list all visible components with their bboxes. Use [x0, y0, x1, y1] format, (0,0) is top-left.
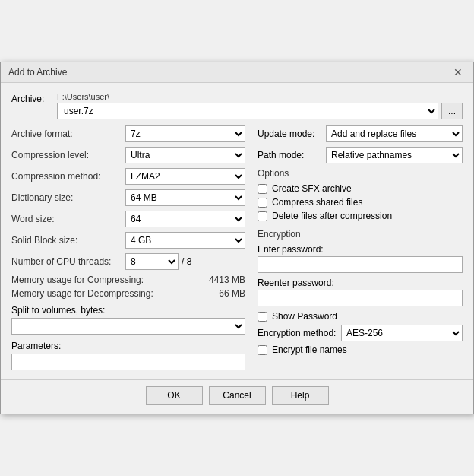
- archive-path: F:\Users\user\: [57, 92, 463, 101]
- solid-block-label: Solid Block size:: [11, 235, 125, 246]
- delete-files-row: Delete files after compression: [258, 211, 463, 221]
- create-sfx-row: Create SFX archive: [258, 183, 463, 194]
- browse-button[interactable]: ...: [441, 103, 463, 119]
- split-select[interactable]: [11, 318, 245, 335]
- options-title: Options: [258, 168, 463, 179]
- window-title: Add to Archive: [8, 67, 67, 78]
- compress-shared-row: Compress shared files: [258, 197, 463, 208]
- compression-level-label: Compression level:: [11, 150, 125, 160]
- main-area: Archive format: 7z Compression level: Ul…: [11, 125, 463, 370]
- encryption-section: Encryption Enter password: Reenter passw…: [258, 229, 463, 355]
- cancel-button[interactable]: Cancel: [209, 386, 266, 405]
- dialog-content: Archive: F:\Users\user\ user.7z ... Arch…: [1, 83, 473, 379]
- memory-decompress-row: Memory usage for Decompressing: 66 MB: [11, 288, 245, 299]
- ok-button[interactable]: OK: [146, 386, 203, 405]
- memory-compress-row: Memory usage for Compressing: 4413 MB: [11, 274, 245, 285]
- threads-label: Number of CPU threads:: [11, 256, 125, 267]
- help-button[interactable]: Help: [272, 386, 329, 405]
- encryption-title: Encryption: [258, 229, 463, 240]
- solid-block-row: Solid Block size: 4 GB: [11, 232, 245, 249]
- update-mode-row: Update mode: Add and replace files: [258, 125, 463, 142]
- compression-level-select[interactable]: Ultra: [125, 147, 245, 163]
- compression-level-row: Compression level: Ultra: [11, 147, 245, 163]
- memory-decompress-label: Memory usage for Decompressing:: [11, 288, 153, 299]
- encrypt-names-label: Encrypt file names: [272, 344, 347, 355]
- enc-method-row: Encryption method: AES-256: [258, 325, 463, 341]
- delete-files-checkbox[interactable]: [258, 211, 267, 221]
- encrypt-names-checkbox[interactable]: [258, 345, 267, 355]
- dictionary-size-row: Dictionary size: 64 MB: [11, 189, 245, 206]
- update-mode-select[interactable]: Add and replace files: [326, 125, 463, 142]
- compression-method-row: Compression method: LZMA2: [11, 168, 245, 185]
- reenter-password-label: Reenter password:: [258, 278, 463, 288]
- word-size-select[interactable]: 64: [125, 211, 245, 227]
- memory-decompress-value: 66 MB: [219, 288, 245, 299]
- path-mode-row: Path mode: Relative pathnames: [258, 147, 463, 163]
- close-button[interactable]: ✕: [450, 67, 466, 78]
- memory-compress-value: 4413 MB: [209, 274, 245, 285]
- create-sfx-checkbox[interactable]: [258, 184, 267, 194]
- compress-shared-checkbox[interactable]: [258, 198, 267, 208]
- right-panel: Update mode: Add and replace files Path …: [258, 125, 463, 370]
- add-to-archive-window: Add to Archive ✕ Archive: F:\Users\user\…: [0, 62, 474, 414]
- word-size-label: Word size:: [11, 214, 125, 224]
- archive-format-select[interactable]: 7z: [125, 125, 245, 142]
- button-bar: OK Cancel Help: [1, 379, 473, 414]
- params-input[interactable]: [11, 354, 245, 370]
- enter-password-label: Enter password:: [258, 244, 463, 255]
- path-mode-select[interactable]: Relative pathnames: [326, 147, 463, 163]
- reenter-password-input[interactable]: [258, 290, 463, 306]
- delete-files-label: Delete files after compression: [272, 211, 392, 221]
- memory-compress-label: Memory usage for Compressing:: [11, 274, 144, 285]
- word-size-row: Word size: 64: [11, 211, 245, 227]
- solid-block-select[interactable]: 4 GB: [125, 232, 245, 249]
- enc-method-label: Encryption method:: [258, 328, 341, 338]
- threads-select[interactable]: 8: [125, 253, 179, 270]
- params-row: Parameters:: [11, 341, 245, 370]
- create-sfx-label: Create SFX archive: [272, 183, 352, 194]
- compression-method-label: Compression method:: [11, 171, 125, 182]
- archive-filename-select[interactable]: user.7z: [57, 103, 438, 119]
- archive-row: Archive: F:\Users\user\ user.7z ...: [11, 92, 463, 119]
- archive-format-row: Archive format: 7z: [11, 125, 245, 142]
- dictionary-size-select[interactable]: 64 MB: [125, 189, 245, 206]
- show-password-label: Show Password: [272, 311, 337, 322]
- encrypt-names-row: Encrypt file names: [258, 344, 463, 355]
- left-panel: Archive format: 7z Compression level: Ul…: [11, 125, 245, 370]
- title-bar: Add to Archive ✕: [1, 62, 473, 83]
- archive-file-row: user.7z ...: [57, 103, 463, 119]
- path-mode-label: Path mode:: [258, 150, 326, 160]
- compression-method-select[interactable]: LZMA2: [125, 168, 245, 185]
- enc-method-select[interactable]: AES-256: [341, 325, 463, 341]
- archive-label: Archive:: [11, 92, 57, 104]
- options-section: Options Create SFX archive Compress shar…: [258, 168, 463, 221]
- threads-row: Number of CPU threads: 8 / 8: [11, 253, 245, 270]
- compress-shared-label: Compress shared files: [272, 197, 362, 208]
- archive-format-label: Archive format:: [11, 129, 125, 139]
- archive-inputs: F:\Users\user\ user.7z ...: [57, 92, 463, 119]
- params-label: Parameters:: [11, 341, 245, 351]
- show-password-row: Show Password: [258, 311, 463, 322]
- split-label: Split to volumes, bytes:: [11, 305, 245, 316]
- enter-password-input[interactable]: [258, 256, 463, 273]
- show-password-checkbox[interactable]: [258, 312, 267, 322]
- threads-max: / 8: [182, 256, 191, 267]
- update-mode-label: Update mode:: [258, 129, 326, 139]
- dictionary-size-label: Dictionary size:: [11, 192, 125, 203]
- split-row: Split to volumes, bytes:: [11, 305, 245, 341]
